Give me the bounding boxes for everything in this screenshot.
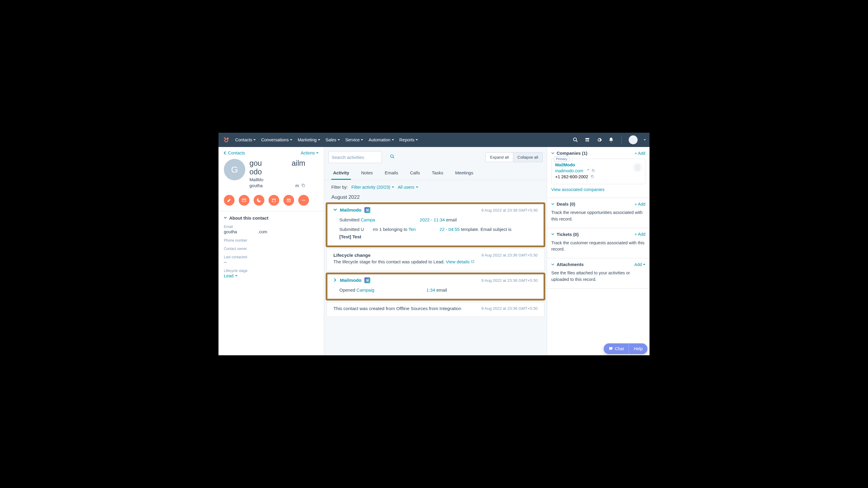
copy-icon[interactable] <box>591 168 595 173</box>
activity-card-created: This contact was created from Offline So… <box>327 302 545 317</box>
nav-sales[interactable]: Sales <box>326 137 340 142</box>
attachments-description: See the files attached to your activitie… <box>551 270 645 283</box>
svg-rect-5 <box>287 199 290 202</box>
nav-automation[interactable]: Automation <box>369 137 394 142</box>
lifecycle-label: Lifecycle stage <box>224 269 318 273</box>
tickets-title: Tickets (0) <box>557 232 579 237</box>
log-button[interactable] <box>269 195 279 206</box>
marketplace-icon[interactable] <box>584 137 590 143</box>
help-button[interactable]: Help <box>629 344 647 354</box>
nav-conversations[interactable]: Conversations <box>261 137 292 142</box>
template-link[interactable]: Ten <box>408 227 415 232</box>
lifecycle-select[interactable]: Lead <box>224 273 318 278</box>
search-input[interactable] <box>332 155 388 160</box>
chevron-right-icon[interactable] <box>333 278 337 283</box>
nav-marketing[interactable]: Marketing <box>298 137 320 142</box>
tab-activity[interactable]: Activity <box>331 167 351 180</box>
back-to-contacts-link[interactable]: Contacts <box>224 151 245 155</box>
svg-point-7 <box>303 200 304 201</box>
account-menu-caret[interactable] <box>644 139 646 140</box>
chevron-down-icon[interactable] <box>551 263 554 266</box>
call-button[interactable] <box>254 195 264 206</box>
chevron-down-icon[interactable] <box>551 233 554 236</box>
hubspot-logo-icon[interactable] <box>222 136 230 144</box>
owner-label: Contact owner <box>224 247 318 251</box>
search-icon[interactable] <box>390 154 395 160</box>
external-link-icon[interactable] <box>586 168 589 173</box>
more-button[interactable] <box>298 195 309 206</box>
campaign-link[interactable]: Campaig <box>356 287 374 293</box>
tab-meetings[interactable]: Meetings <box>453 167 475 180</box>
chevron-down-icon[interactable] <box>551 152 554 155</box>
email-button[interactable] <box>239 195 249 206</box>
add-company-button[interactable]: + Add <box>634 151 645 156</box>
add-attachment-button[interactable]: Add <box>634 262 645 267</box>
view-associated-companies-link[interactable]: View associated companies <box>551 187 604 192</box>
chat-button[interactable]: Chat <box>604 344 629 354</box>
about-section-toggle[interactable]: About this contact <box>218 211 324 225</box>
primary-badge: Primary <box>554 156 569 162</box>
attachments-title: Attachments <box>557 262 584 267</box>
chevron-down-icon[interactable] <box>551 203 554 206</box>
svg-rect-10 <box>636 165 640 170</box>
activity-source[interactable]: Mailmodo <box>340 207 361 213</box>
mailmodo-icon: M <box>364 277 370 283</box>
filter-users-dropdown[interactable]: All users <box>398 185 418 190</box>
add-deal-button[interactable]: + Add <box>634 202 645 206</box>
note-button[interactable] <box>224 195 235 206</box>
copy-icon[interactable] <box>591 174 594 179</box>
task-button[interactable] <box>283 195 294 206</box>
right-panel: Companies (1) + Add Primary MailModo mai… <box>547 147 650 355</box>
copy-icon[interactable] <box>301 183 305 188</box>
notifications-bell-icon[interactable] <box>608 137 614 143</box>
company-phone: +1 262-600-2002 <box>555 174 588 179</box>
activity-source[interactable]: Mailmodo <box>340 278 361 283</box>
contact-name: gouailmodo <box>249 159 318 176</box>
deals-title: Deals (0) <box>557 201 576 206</box>
filter-activity-dropdown[interactable]: Filter activity (20/23) <box>351 185 395 190</box>
search-activities[interactable] <box>328 151 382 163</box>
company-domain-link[interactable]: mailmodo.com <box>555 168 583 173</box>
settings-gear-icon[interactable] <box>596 137 602 143</box>
tab-tasks[interactable]: Tasks <box>430 167 445 180</box>
svg-point-9 <box>391 155 393 157</box>
activity-date: 9 Aug 2022 at 23:36 GMT+5:30 <box>481 278 537 283</box>
activity-card-mailmodo-2: Mailmodo M 9 Aug 2022 at 23:36 GMT+5:30 … <box>327 273 545 300</box>
nav-service[interactable]: Service <box>345 137 363 142</box>
tab-notes[interactable]: Notes <box>359 167 374 180</box>
contact-email-short: goutham <box>249 183 299 188</box>
company-card[interactable]: Primary MailModo mailmodo.com +1 262-600… <box>551 159 645 184</box>
activity-card-lifecycle: Lifecycle change 9 Aug 2022 at 23:36 GMT… <box>327 249 545 271</box>
top-nav: Contacts Conversations Marketing Sales S… <box>218 133 650 147</box>
activity-date: 9 Aug 2022 at 23:38 GMT+5:30 <box>481 208 537 213</box>
view-details-link[interactable]: View details <box>446 258 474 266</box>
search-icon[interactable] <box>572 137 578 143</box>
svg-point-2 <box>573 138 577 141</box>
tab-calls[interactable]: Calls <box>408 167 422 180</box>
nav-reports[interactable]: Reports <box>400 137 418 142</box>
svg-point-8 <box>305 200 305 201</box>
expand-all-button[interactable]: Expand all <box>486 153 513 162</box>
company-logo-icon <box>633 163 642 172</box>
campaign-link[interactable]: Campa <box>361 217 375 222</box>
add-ticket-button[interactable]: + Add <box>634 232 645 236</box>
user-avatar[interactable] <box>629 135 638 144</box>
email-value: goutha.com <box>224 229 318 234</box>
chevron-down-icon[interactable] <box>333 207 337 213</box>
company-name-link[interactable]: MailModo <box>555 162 575 167</box>
companies-title: Companies (1) <box>557 151 587 156</box>
activity-card-mailmodo-1: Mailmodo M 9 Aug 2022 at 23:38 GMT+5:30 … <box>327 203 545 247</box>
contact-avatar: G <box>224 159 245 180</box>
activity-date: 9 Aug 2022 at 23:36 GMT+5:30 <box>481 253 537 257</box>
center-panel: Expand all Collapse all Activity Notes E… <box>324 147 547 355</box>
email-label: Email <box>224 225 318 229</box>
tab-emails[interactable]: Emails <box>383 167 400 180</box>
activity-date: 9 Aug 2022 at 23:36 GMT+5:30 <box>481 306 537 311</box>
svg-rect-4 <box>272 199 276 202</box>
actions-dropdown[interactable]: Actions <box>301 151 318 155</box>
month-header: August 2022 <box>324 193 547 203</box>
activity-body: This contact was created from Offline So… <box>333 306 461 311</box>
collapse-all-button[interactable]: Collapse all <box>513 153 542 162</box>
nav-contacts[interactable]: Contacts <box>235 137 256 142</box>
svg-rect-11 <box>593 170 594 172</box>
